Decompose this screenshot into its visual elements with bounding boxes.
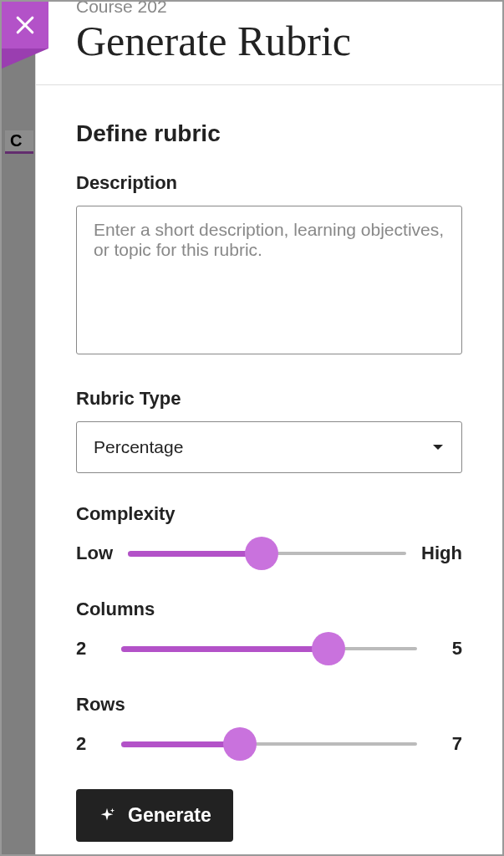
slider-thumb[interactable]	[312, 632, 345, 665]
slider-fill	[121, 741, 240, 747]
rows-slider[interactable]	[121, 727, 417, 761]
rows-label: Rows	[76, 694, 462, 716]
rubric-type-select[interactable]: Percentage	[76, 421, 462, 473]
panel-header: Course 202 Generate Rubric	[36, 2, 502, 85]
rows-slider-row: 2 7	[76, 727, 462, 761]
backdrop-strip	[2, 2, 35, 854]
rows-max-label: 7	[432, 733, 462, 755]
close-button[interactable]	[2, 2, 48, 48]
sparkle-icon	[98, 807, 116, 825]
slider-fill	[121, 646, 328, 652]
panel-body: Define rubric Description Rubric Type Pe…	[36, 85, 502, 842]
complexity-slider-row: Low High	[76, 537, 462, 570]
columns-max-label: 5	[432, 638, 462, 660]
complexity-label: Complexity	[76, 503, 462, 525]
description-field: Description	[76, 172, 462, 358]
rubric-type-select-wrap: Percentage	[76, 421, 462, 473]
close-button-fold	[2, 48, 48, 69]
rows-field: Rows 2 7	[76, 694, 462, 761]
complexity-low-label: Low	[76, 543, 113, 564]
complexity-slider[interactable]	[128, 537, 406, 570]
breadcrumb: Course 202	[76, 2, 462, 17]
rubric-type-field: Rubric Type Percentage	[76, 388, 462, 473]
description-label: Description	[76, 172, 462, 194]
complexity-field: Complexity Low High	[76, 503, 462, 570]
complexity-high-label: High	[421, 543, 462, 564]
columns-label: Columns	[76, 599, 462, 620]
generate-button-label: Generate	[128, 804, 211, 827]
slider-thumb[interactable]	[223, 727, 257, 761]
columns-field: Columns 2 5	[76, 599, 462, 665]
columns-min-label: 2	[76, 638, 106, 660]
generate-button[interactable]: Generate	[76, 789, 233, 842]
rubric-type-value: Percentage	[94, 437, 183, 457]
columns-slider-row: 2 5	[76, 632, 462, 665]
slider-thumb[interactable]	[245, 537, 278, 570]
side-panel: Course 202 Generate Rubric Define rubric…	[35, 2, 502, 854]
slider-fill	[128, 551, 262, 557]
rubric-type-label: Rubric Type	[76, 388, 462, 410]
page-title: Generate Rubric	[76, 18, 462, 64]
columns-slider[interactable]	[121, 632, 417, 665]
description-input[interactable]	[76, 206, 462, 354]
section-title: Define rubric	[76, 120, 462, 147]
close-icon	[13, 13, 38, 38]
rows-min-label: 2	[76, 733, 106, 755]
